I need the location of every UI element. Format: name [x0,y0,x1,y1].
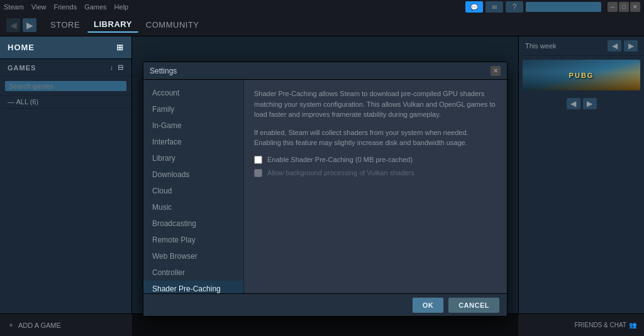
right-panel-header: This week ◀ ▶ [519,36,644,56]
settings-family[interactable]: Family [143,101,243,117]
games-label: GAMES [8,64,36,72]
sort-icon[interactable]: ↓ [110,63,114,72]
mail-icon[interactable]: ✉ [486,1,503,13]
checkbox-enable-shader-label: Enable Shader Pre-Caching (0 MB pre-cach… [267,156,413,163]
forward-button[interactable]: ▶ [23,18,36,32]
checkbox-vulkan-row: Allow background processing of Vulkan sh… [254,169,497,177]
settings-music[interactable]: Music [143,199,243,215]
checkbox-vulkan [254,169,262,177]
all-games-label: — ALL (6) [0,95,131,109]
chat-icon[interactable]: 💬 [465,1,483,13]
main-layout: HOME ⊞ GAMES ↓ ⊟ — ALL (6) HITECH WORK Y… [0,36,644,336]
title-search[interactable] [526,2,601,12]
filter-icon[interactable]: ⊟ [118,63,124,72]
menu-steam[interactable]: Steam [4,3,24,11]
friends-icon: 👥 [629,322,636,328]
modal-content: Shader Pre-Caching allows Steam to downl… [244,80,507,293]
checkbox-vulkan-label: Allow background processing of Vulkan sh… [267,169,414,176]
games-header: GAMES ↓ ⊟ [0,59,131,77]
cancel-button[interactable]: CANCEL [448,298,499,313]
right-panel-prev[interactable]: ◀ [608,40,621,51]
modal-body: Account Family In-Game Interface Library… [143,80,507,293]
home-label: HOME [8,43,35,52]
add-game-button[interactable]: ＋ ADD A GAME [8,320,61,330]
settings-modal: Settings ✕ Account Family In-Game Interf… [143,62,508,317]
title-bar: Steam View Friends Games Help 💬 ✉ ? ─ □ … [0,0,644,14]
sidebar-search-container [0,77,131,95]
right-panel-bottom-nav: ◀ ▶ [519,94,644,113]
nav-store[interactable]: STORE [44,18,86,32]
friends-chat-button[interactable]: FRIENDS & CHAT 👥 [574,322,636,328]
shader-description-2: If enabled, Steam will collect shaders f… [254,127,497,148]
friends-chat-label: FRIENDS & CHAT [574,322,626,328]
settings-account[interactable]: Account [143,85,243,101]
sidebar: HOME ⊞ GAMES ↓ ⊟ — ALL (6) [0,36,132,336]
settings-controller[interactable]: Controller [143,264,243,281]
title-bar-menu: Steam View Friends Games Help [4,3,128,11]
modal-overlay: Settings ✕ Account Family In-Game Interf… [132,36,518,336]
checkbox-enable-shader[interactable] [254,156,262,164]
game-thumbnail: PUBG [523,60,640,90]
checkbox-enable-shader-row: Enable Shader Pre-Caching (0 MB pre-cach… [254,156,497,164]
right-panel-nav: ◀ ▶ [608,40,638,51]
right-panel-bottom-next[interactable]: ▶ [583,98,597,109]
menu-view[interactable]: View [31,3,47,11]
title-bar-right: 💬 ✉ ? ─ □ ✕ [465,1,640,13]
restore-button[interactable]: □ [619,2,629,12]
modal-footer: OK CANCEL [143,293,507,316]
back-button[interactable]: ◀ [6,18,20,32]
shader-description-1: Shader Pre-Caching allows Steam to downl… [254,89,497,120]
settings-ingame[interactable]: In-Game [143,117,243,134]
home-icons: ⊞ [116,43,124,52]
ok-button[interactable]: OK [413,298,444,313]
modal-close-button[interactable]: ✕ [491,66,501,76]
settings-cloud[interactable]: Cloud [143,183,243,199]
nav-links: STORE LIBRARY COMMUNITY [44,17,206,33]
settings-interface[interactable]: Interface [143,134,243,150]
games-list [0,109,131,336]
nav-community[interactable]: COMMUNITY [140,18,206,32]
modal-titlebar: Settings ✕ [143,62,507,80]
help-icon[interactable]: ? [506,1,523,13]
settings-broadcasting[interactable]: Broadcasting [143,215,243,232]
settings-downloads[interactable]: Downloads [143,166,243,183]
right-panel: This week ◀ ▶ PUBG FEBRUARY STORE UPDATE… [518,36,644,336]
settings-web-browser[interactable]: Web Browser [143,248,243,264]
nav-bar: ◀ ▶ STORE LIBRARY COMMUNITY [0,14,644,36]
featured-game-card[interactable]: PUBG FEBRUARY STORE UPDATE 202... PUBG: … [523,60,640,90]
settings-library[interactable]: Library [143,150,243,166]
games-header-icons: ↓ ⊟ [110,63,125,72]
menu-games[interactable]: Games [84,3,106,11]
right-panel-next[interactable]: ▶ [624,40,638,51]
search-input[interactable] [5,81,126,91]
settings-remote-play[interactable]: Remote Play [143,232,243,248]
window-controls: ─ □ ✕ [608,2,640,12]
right-panel-bottom-prev[interactable]: ◀ [567,98,580,109]
content-area: HITECH WORK YOUR VISION OUR FUTURE Setti… [132,36,518,336]
minimize-button[interactable]: ─ [608,2,618,12]
this-week-label: This week [525,42,557,50]
sidebar-home: HOME ⊞ [0,36,131,59]
modal-title: Settings [150,67,177,75]
close-button[interactable]: ✕ [630,2,640,12]
menu-friends[interactable]: Friends [53,3,77,11]
add-game-label: ADD A GAME [18,322,61,329]
nav-library[interactable]: LIBRARY [87,17,138,33]
modal-sidebar: Account Family In-Game Interface Library… [143,80,244,293]
plus-icon: ＋ [8,320,14,330]
menu-help[interactable]: Help [114,3,129,11]
grid-icon[interactable]: ⊞ [116,43,124,52]
